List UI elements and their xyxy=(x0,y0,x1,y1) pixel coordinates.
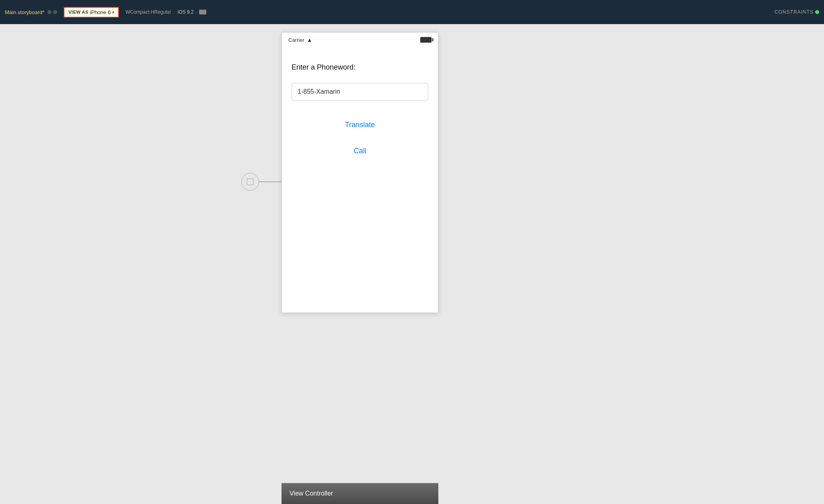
battery-icon xyxy=(420,37,432,43)
device-orientation-icon xyxy=(199,10,206,14)
entry-circle xyxy=(241,173,259,191)
size-class-label: WCompact HRegular xyxy=(125,9,171,15)
tab-dot-2 xyxy=(53,10,57,14)
carrier-label: Carrier xyxy=(288,37,304,43)
tab-title: Main.storyboard* xyxy=(5,9,44,15)
ios-version-arrow[interactable]: ▾ xyxy=(195,10,197,14)
iphone-mockup: Carrier ▲ Enter a Phoneword: Translate C… xyxy=(282,32,438,313)
iphone-app-content: Enter a Phoneword: Translate Call xyxy=(282,47,438,313)
phoneword-label: Enter a Phoneword: xyxy=(292,63,428,72)
tab-dot-1 xyxy=(47,10,51,14)
view-as-device: iPhone 6 xyxy=(90,9,111,15)
top-bar: Main.storyboard* VIEW AS iPhone 6 ▾ WCom… xyxy=(0,0,824,24)
tab-close-icons xyxy=(47,10,57,14)
constraints-text: CONSTRAINTS xyxy=(775,9,814,15)
storyboard-canvas: Carrier ▲ Enter a Phoneword: Translate C… xyxy=(0,24,824,504)
entry-square-icon xyxy=(247,179,253,185)
view-as-box[interactable]: VIEW AS iPhone 6 ▾ xyxy=(64,7,119,18)
wifi-icon: ▲ xyxy=(307,37,312,43)
call-button[interactable]: Call xyxy=(292,143,428,159)
view-as-label: VIEW AS xyxy=(68,10,88,14)
status-carrier: Carrier ▲ xyxy=(288,37,312,43)
ios-version-selector[interactable]: iOS 9.2 ▾ xyxy=(178,9,206,15)
phoneword-input[interactable] xyxy=(292,83,428,101)
translate-button[interactable]: Translate xyxy=(292,117,428,133)
ios-version-label: iOS 9.2 xyxy=(178,9,194,15)
view-controller-bar: View Controller xyxy=(282,483,438,504)
constraints-status-dot xyxy=(815,10,819,14)
iphone-status-bar: Carrier ▲ xyxy=(282,33,438,47)
view-controller-label: View Controller xyxy=(290,490,333,497)
constraints-label-area: CONSTRAINTS xyxy=(775,9,819,15)
device-dropdown-arrow[interactable]: ▾ xyxy=(112,10,114,14)
